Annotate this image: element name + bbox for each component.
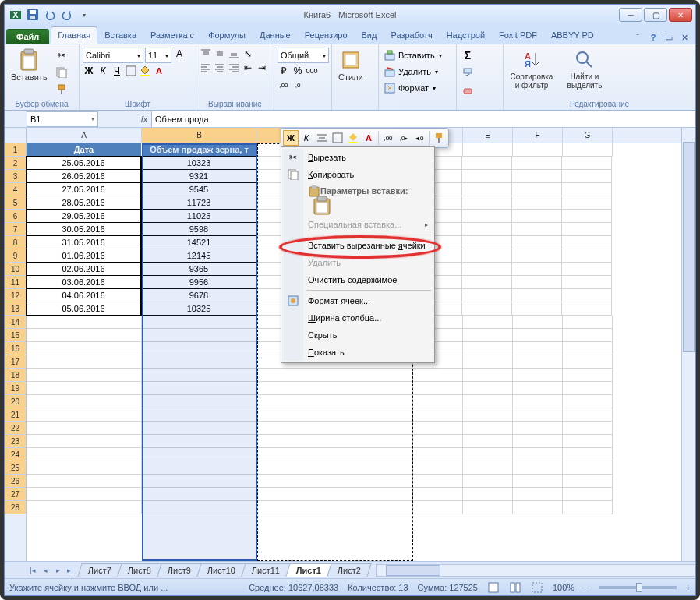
- cell-A18[interactable]: [27, 369, 142, 382]
- menu-paste-default[interactable]: [283, 199, 433, 216]
- cell-D22[interactable]: [413, 422, 463, 435]
- cell-G5[interactable]: [562, 196, 612, 210]
- increase-indent-icon[interactable]: ⇥: [256, 62, 268, 74]
- format-painter-button[interactable]: [54, 82, 69, 97]
- tab-формулы[interactable]: Формулы: [201, 26, 253, 44]
- row-header-23[interactable]: 23: [5, 435, 26, 448]
- col-header-G[interactable]: G: [563, 128, 613, 143]
- row-header-1[interactable]: 1: [5, 143, 26, 157]
- cell-B7[interactable]: 9598: [141, 222, 256, 236]
- cell-F20[interactable]: [513, 395, 563, 408]
- cell-E28[interactable]: [463, 501, 513, 514]
- cell-B1[interactable]: Объем продаж зерна, т: [142, 143, 257, 157]
- cell-F7[interactable]: [512, 223, 562, 236]
- cell-F1[interactable]: [513, 143, 563, 157]
- name-box[interactable]: B1▾: [27, 111, 98, 127]
- cell-A12[interactable]: 04.06.2016: [26, 288, 141, 302]
- cell-A16[interactable]: [27, 342, 142, 355]
- cell-A4[interactable]: 27.05.2016: [26, 182, 141, 196]
- cell-A13[interactable]: 05.06.2016: [26, 302, 141, 316]
- paste-button[interactable]: Вставить: [8, 48, 51, 83]
- cell-D20[interactable]: [413, 395, 463, 408]
- cell-F25[interactable]: [513, 461, 563, 475]
- sheet-tab-Лист10[interactable]: Лист10: [196, 563, 246, 577]
- tab-file[interactable]: Файл: [6, 29, 49, 44]
- tab-разметка с[interactable]: Разметка с: [143, 26, 201, 44]
- sheet-tab-Лист9[interactable]: Лист9: [157, 563, 202, 577]
- cell-F18[interactable]: [513, 369, 563, 382]
- cell-E14[interactable]: [463, 316, 513, 329]
- cell-E21[interactable]: [463, 408, 513, 422]
- cell-E4[interactable]: [462, 183, 512, 196]
- cell-G23[interactable]: [563, 435, 613, 448]
- cell-G17[interactable]: [563, 355, 613, 369]
- cell-F15[interactable]: [513, 329, 563, 342]
- cell-G26[interactable]: [563, 475, 613, 488]
- cell-A6[interactable]: 29.05.2016: [26, 209, 141, 223]
- increase-font-icon[interactable]: A: [173, 48, 186, 60]
- mini-decimal2[interactable]: ◂,0: [412, 130, 427, 146]
- styles-button[interactable]: Стили: [335, 48, 366, 83]
- col-header-E[interactable]: E: [463, 128, 513, 143]
- row-header-28[interactable]: 28: [5, 501, 26, 514]
- cell-A17[interactable]: [27, 355, 142, 369]
- tab-foxit pdf[interactable]: Foxit PDF: [492, 26, 544, 44]
- align-left-icon[interactable]: [200, 62, 212, 74]
- menu-copy[interactable]: Копировать: [283, 166, 433, 183]
- cell-C23[interactable]: [257, 435, 413, 448]
- cell-F6[interactable]: [512, 210, 562, 223]
- col-header-B[interactable]: B: [142, 128, 257, 143]
- cell-C26[interactable]: [257, 475, 413, 488]
- cell-C27[interactable]: [257, 488, 413, 501]
- cell-E16[interactable]: [463, 342, 513, 355]
- redo-button[interactable]: [59, 7, 75, 23]
- cell-C18[interactable]: [257, 369, 413, 382]
- cell-B27[interactable]: [142, 488, 257, 501]
- sheet-tab-Лист11[interactable]: Лист11: [241, 563, 291, 577]
- cell-E26[interactable]: [463, 475, 513, 488]
- insert-cells-button[interactable]: Вставить▾: [382, 48, 444, 63]
- view-layout-icon[interactable]: [509, 581, 521, 594]
- cell-A26[interactable]: [27, 475, 142, 488]
- row-header-8[interactable]: 8: [5, 236, 26, 249]
- cell-F21[interactable]: [513, 408, 563, 422]
- tab-вставка[interactable]: Вставка: [97, 26, 143, 44]
- cell-A20[interactable]: [27, 395, 142, 408]
- delete-cells-button[interactable]: Удалить▾: [382, 64, 440, 79]
- cell-G27[interactable]: [563, 488, 613, 501]
- cell-E20[interactable]: [463, 395, 513, 408]
- row-header-5[interactable]: 5: [5, 196, 26, 210]
- cell-A19[interactable]: [27, 382, 142, 395]
- col-header-F[interactable]: F: [513, 128, 563, 143]
- cell-B3[interactable]: 9321: [141, 169, 256, 183]
- cell-A1[interactable]: Дата: [27, 143, 142, 157]
- mini-formatpainter[interactable]: [431, 130, 447, 146]
- cell-B2[interactable]: 10323: [141, 156, 256, 170]
- find-select-button[interactable]: Найти и выделить: [560, 48, 610, 91]
- tab-главная[interactable]: Главная: [51, 26, 97, 44]
- mini-bold[interactable]: Ж: [283, 130, 299, 146]
- tab-данные[interactable]: Данные: [253, 26, 298, 44]
- italic-button[interactable]: К: [97, 65, 109, 77]
- align-middle-icon[interactable]: [214, 48, 226, 60]
- cell-A8[interactable]: 31.05.2016: [26, 235, 141, 249]
- cell-B18[interactable]: [142, 369, 257, 382]
- cell-E7[interactable]: [462, 223, 512, 236]
- cell-D26[interactable]: [413, 475, 463, 488]
- sheet-tab-Лист1[interactable]: Лист1: [286, 563, 333, 577]
- cell-A22[interactable]: [27, 422, 142, 435]
- align-right-icon[interactable]: [228, 62, 240, 74]
- cell-G4[interactable]: [562, 183, 612, 196]
- cell-B25[interactable]: [142, 461, 257, 475]
- close-button[interactable]: ✕: [669, 8, 692, 22]
- tab-разработч[interactable]: Разработч: [384, 26, 439, 44]
- mini-fontcolor[interactable]: A: [361, 130, 377, 146]
- window-close-icon[interactable]: ✕: [678, 31, 691, 44]
- cell-E3[interactable]: [462, 170, 512, 183]
- row-header-20[interactable]: 20: [5, 395, 26, 408]
- cell-A3[interactable]: 26.05.2016: [26, 169, 141, 183]
- cell-G8[interactable]: [562, 236, 612, 249]
- cell-E22[interactable]: [463, 422, 513, 435]
- format-cells-button[interactable]: Формат▾: [382, 80, 437, 96]
- vscrollbar[interactable]: [681, 128, 695, 561]
